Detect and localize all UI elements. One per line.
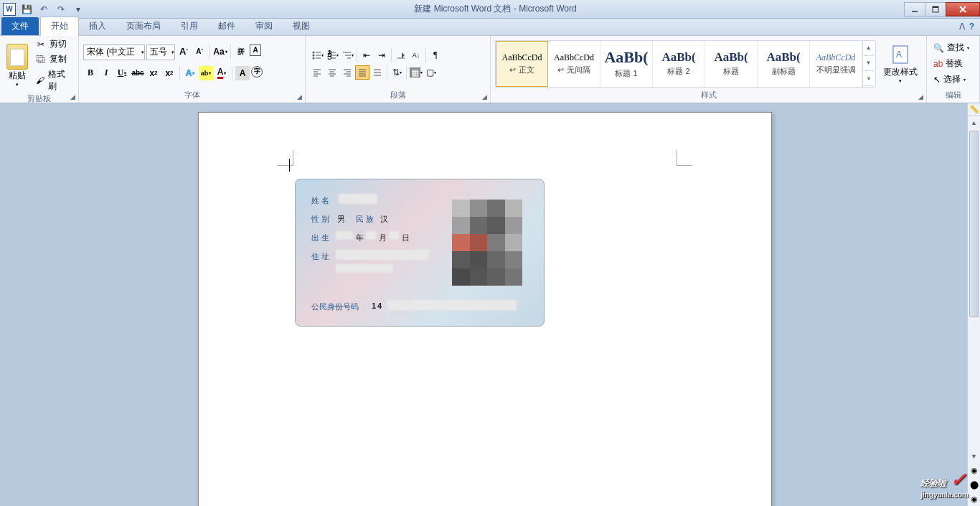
- id-gender-label: 性 别: [311, 214, 329, 225]
- bullets-button[interactable]: ▾: [310, 48, 324, 62]
- shrink-font-button[interactable]: Aˇ: [192, 44, 207, 59]
- align-justify-button[interactable]: [355, 65, 369, 80]
- svg-text:A: A: [896, 50, 902, 60]
- borders-button[interactable]: ▢▾: [424, 65, 438, 80]
- id-name-label: 姓 名: [311, 195, 329, 206]
- next-page-button[interactable]: ◉: [968, 492, 980, 506]
- gallery-more[interactable]: ▾: [863, 71, 874, 86]
- tab-review[interactable]: 审阅: [245, 17, 283, 35]
- minimize-button[interactable]: [904, 2, 925, 17]
- cut-button[interactable]: ✂剪切: [33, 37, 74, 51]
- sort-button[interactable]: A↓: [409, 48, 423, 62]
- save-button[interactable]: 💾: [19, 1, 34, 17]
- line-spacing-button[interactable]: ⇅▾: [390, 65, 404, 80]
- font-color-button[interactable]: A▾: [215, 66, 229, 80]
- tab-view[interactable]: 视图: [283, 17, 320, 35]
- increase-indent-button[interactable]: ⇥: [374, 48, 389, 62]
- id-birth-label: 出 生: [311, 233, 329, 243]
- tab-mailings[interactable]: 邮件: [208, 17, 245, 35]
- font-name-dropdown[interactable]: 宋体 (中文正▾: [83, 44, 145, 60]
- decrease-indent-button[interactable]: ⇤: [359, 48, 374, 62]
- grow-font-button[interactable]: Aˆ: [176, 44, 191, 59]
- change-styles-icon: A: [890, 43, 910, 66]
- change-styles-button[interactable]: A 更改样式 ▾: [879, 42, 922, 85]
- pinyin-guide-button[interactable]: 拼: [234, 44, 248, 59]
- group-label-styles: 样式: [495, 90, 922, 101]
- subscript-button[interactable]: x2: [146, 66, 161, 80]
- file-tab[interactable]: 文件: [1, 17, 39, 35]
- numbering-button[interactable]: 123▾: [325, 48, 339, 62]
- qat-customize[interactable]: ▾: [70, 1, 86, 17]
- style-heading1[interactable]: AaBb(标题 1: [600, 41, 653, 87]
- align-right-button[interactable]: [340, 65, 354, 80]
- strike-button[interactable]: abc: [131, 66, 145, 80]
- style-subtle-emphasis[interactable]: AaBbCcDd不明显强调: [810, 41, 862, 87]
- id-ethnic-value: 汉: [380, 214, 388, 225]
- id-addr-label: 住 址: [311, 251, 329, 262]
- document-page[interactable]: 姓 名 性 别 男 民 族 汉 出 生 年 月 日 住 址 公民身份号码 14: [198, 112, 772, 506]
- bold-button[interactable]: B: [83, 66, 98, 80]
- align-center-button[interactable]: [325, 65, 339, 80]
- ltr-button[interactable]: [394, 48, 408, 62]
- align-distributed-button[interactable]: [370, 65, 385, 80]
- maximize-button[interactable]: [925, 2, 946, 17]
- minimize-ribbon-button[interactable]: ᐱ: [959, 22, 965, 32]
- select-button[interactable]: ↖选择▾: [931, 72, 971, 86]
- redo-button[interactable]: ↷: [53, 1, 69, 17]
- italic-button[interactable]: I: [99, 66, 113, 80]
- svg-point-9: [312, 57, 314, 59]
- watermark: 经验啦 ✓ jingyanla.com: [920, 469, 969, 499]
- font-size-dropdown[interactable]: 五号▾: [146, 44, 175, 60]
- copy-button[interactable]: ⿻复制: [33, 52, 74, 66]
- margin-mark: [677, 150, 692, 166]
- style-title[interactable]: AaBb(标题: [705, 41, 758, 87]
- underline-button[interactable]: U▾: [115, 66, 129, 80]
- browse-object-button[interactable]: ⬤: [968, 477, 980, 492]
- change-case-button[interactable]: Aa▾: [213, 44, 227, 59]
- svg-marker-21: [402, 52, 405, 58]
- vertical-scrollbar[interactable]: 📏 ▲ ▼ ◉ ⬤ ◉: [967, 103, 980, 506]
- style-normal[interactable]: AaBbCcDd↩ 正文: [496, 41, 548, 87]
- redacted-name: [339, 194, 377, 204]
- select-icon: ↖: [933, 75, 941, 85]
- enclose-char-button[interactable]: 字: [251, 66, 263, 78]
- highlight-button[interactable]: ab▾: [199, 66, 213, 80]
- show-marks-button[interactable]: ¶: [428, 48, 443, 62]
- style-subtitle[interactable]: AaBb(副标题: [758, 41, 810, 87]
- paragraph-launcher[interactable]: ◢: [480, 93, 489, 101]
- style-no-spacing[interactable]: AaBbCcDd↩ 无间隔: [548, 41, 600, 87]
- replace-button[interactable]: ab替换: [931, 57, 971, 70]
- paste-button[interactable]: 粘贴 ▾: [4, 42, 30, 89]
- close-button[interactable]: [946, 2, 980, 17]
- tab-insert[interactable]: 插入: [79, 17, 116, 35]
- char-border-button[interactable]: A: [250, 44, 261, 56]
- char-shading-button[interactable]: A: [235, 66, 250, 80]
- gallery-down[interactable]: ▼: [863, 56, 874, 71]
- align-left-button[interactable]: [310, 65, 324, 80]
- tab-home[interactable]: 开始: [40, 17, 79, 36]
- gallery-up[interactable]: ▲: [863, 41, 874, 56]
- text-effects-button[interactable]: A▾: [183, 66, 197, 80]
- brush-icon: 🖌: [35, 75, 46, 86]
- tab-references[interactable]: 引用: [171, 17, 208, 35]
- shading-button[interactable]: ▦▾: [409, 65, 423, 80]
- prev-page-button[interactable]: ◉: [968, 463, 980, 477]
- tab-page-layout[interactable]: 页面布局: [116, 17, 171, 35]
- clipboard-launcher[interactable]: ◢: [68, 93, 77, 101]
- scroll-down[interactable]: ▼: [968, 450, 980, 463]
- superscript-button[interactable]: x2: [162, 66, 176, 80]
- help-button[interactable]: ?: [969, 22, 974, 32]
- scroll-thumb[interactable]: [969, 131, 979, 317]
- find-button[interactable]: 🔍查找▾: [931, 41, 971, 55]
- styles-launcher[interactable]: ◢: [916, 93, 925, 101]
- multilevel-button[interactable]: ▾: [340, 48, 354, 62]
- style-heading2[interactable]: AaBb(标题 2: [653, 41, 705, 87]
- format-painter-button[interactable]: 🖌格式刷: [33, 67, 74, 93]
- redacted-address: [336, 250, 429, 260]
- scroll-up[interactable]: ▲: [968, 116, 980, 129]
- font-launcher[interactable]: ◢: [295, 93, 303, 101]
- styles-gallery[interactable]: AaBbCcDd↩ 正文 AaBbCcDd↩ 无间隔 AaBb(标题 1 AaB…: [495, 40, 876, 88]
- id-card-image[interactable]: 姓 名 性 别 男 民 族 汉 出 生 年 月 日 住 址 公民身份号码 14: [295, 179, 545, 327]
- ruler-toggle[interactable]: 📏: [968, 103, 980, 116]
- undo-button[interactable]: ↶: [36, 1, 52, 17]
